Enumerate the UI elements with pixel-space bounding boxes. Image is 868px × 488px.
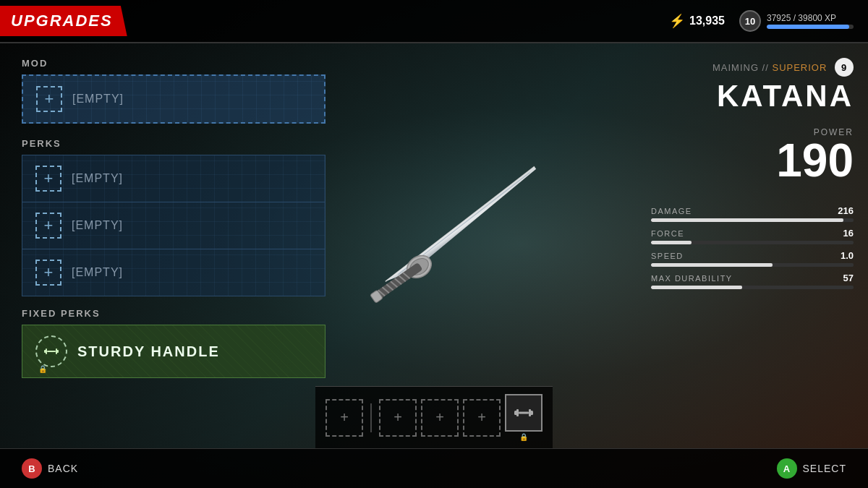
- level-badge: 9: [835, 58, 854, 77]
- xp-bar-fill: [767, 25, 849, 29]
- perk-plus-icon-2: +: [35, 213, 61, 239]
- stat-bar-fill-1: [651, 241, 692, 244]
- stat-row-1: FORCE 16: [651, 228, 854, 244]
- mod-label: MOD: [22, 58, 326, 69]
- perk-slot-2[interactable]: + [EMPTY]: [22, 202, 325, 249]
- stat-bar-fill-0: [651, 218, 843, 222]
- power-value: 190: [651, 137, 854, 184]
- fixed-perk-text: STURDY HANDLE: [77, 343, 220, 360]
- katana-svg: [315, 82, 618, 385]
- perk-plus-icon-3: +: [35, 260, 61, 286]
- stat-bar-fill-2: [651, 263, 773, 267]
- perk-plus-icon-1: +: [35, 166, 61, 192]
- stat-bar-fill-3: [651, 286, 742, 289]
- perk-slot-text-3: [EMPTY]: [72, 266, 123, 279]
- mod-slot-text: [EMPTY]: [72, 93, 124, 106]
- back-button[interactable]: B BACK: [22, 458, 78, 479]
- perks-container: + [EMPTY] + [EMPTY] + [EMPTY]: [22, 155, 326, 296]
- mod-plus-icon: +: [36, 86, 62, 112]
- perks-label: PERKS: [22, 138, 326, 149]
- a-button-label: A: [783, 463, 790, 474]
- stat-value-0: 216: [838, 205, 854, 216]
- stat-bar-3: [651, 286, 854, 289]
- currency-value: 13,935: [689, 14, 725, 27]
- weapon-name: KATANA: [651, 80, 854, 113]
- perk-slot-text-2: [EMPTY]: [72, 219, 123, 232]
- center-slot-3[interactable]: +: [421, 399, 459, 437]
- svg-rect-2: [46, 348, 47, 354]
- xp-text: 37925 / 39800 XP: [767, 13, 854, 23]
- dumbbell-icon: [35, 335, 67, 367]
- subtitle-quality: SUPERIOR: [772, 62, 827, 73]
- stat-row-2: SPEED 1.0: [651, 250, 854, 267]
- fixed-perks-section: FIXED PERKS STURDY HANDLE 🔒: [22, 308, 326, 378]
- xp-bar: [767, 25, 854, 29]
- subtitle-prefix: MAIMING //: [712, 62, 769, 73]
- center-slot-2-icon: +: [393, 409, 402, 426]
- right-panel: MAIMING // SUPERIOR 9 KATANA POWER 190 D…: [651, 58, 854, 295]
- currency-icon: ⚡: [669, 13, 685, 29]
- upgrades-title-text: UPGRADES: [11, 12, 113, 30]
- slot-divider: [370, 403, 372, 432]
- left-panel: MOD + [EMPTY] PERKS + [EMPTY] + [EMPTY] …: [22, 58, 326, 378]
- stat-row-0: DAMAGE 216: [651, 205, 854, 222]
- center-slot-2[interactable]: +: [379, 399, 417, 437]
- stat-bar-1: [651, 241, 854, 244]
- bottom-bar: B BACK A SELECT: [0, 448, 868, 488]
- svg-rect-4: [47, 351, 56, 352]
- stats-section: DAMAGE 216 FORCE 16 SPEED 1.0: [651, 205, 854, 289]
- svg-rect-21: [516, 409, 519, 416]
- svg-rect-22: [529, 409, 531, 416]
- xp-section: 10 37925 / 39800 XP: [739, 10, 854, 32]
- select-button[interactable]: A SELECT: [777, 458, 846, 479]
- xp-bar-container: 37925 / 39800 XP: [767, 13, 854, 29]
- mod-slot[interactable]: + [EMPTY]: [22, 74, 326, 124]
- svg-rect-23: [519, 412, 529, 414]
- stat-name-0: DAMAGE: [651, 207, 692, 215]
- b-button-label: B: [28, 463, 35, 474]
- stat-bar-0: [651, 218, 854, 222]
- top-right: ⚡ 13,935 10 37925 / 39800 XP: [669, 10, 868, 32]
- katana-area: [289, 58, 644, 408]
- currency-display: ⚡ 13,935: [669, 13, 725, 29]
- level-circle: 10: [739, 10, 761, 32]
- perk-slot-1[interactable]: + [EMPTY]: [22, 155, 325, 202]
- stat-bar-2: [651, 263, 854, 267]
- stat-value-3: 57: [843, 273, 854, 283]
- select-label: SELECT: [803, 463, 846, 474]
- stat-row-3: MAX DURABILITY 57: [651, 273, 854, 289]
- perks-section: PERKS + [EMPTY] + [EMPTY] + [EMPTY]: [22, 138, 326, 296]
- stat-value-2: 1.0: [841, 250, 854, 261]
- stat-name-1: FORCE: [651, 229, 684, 238]
- back-label: BACK: [48, 463, 78, 474]
- stat-name-3: MAX DURABILITY: [651, 274, 733, 283]
- upgrades-title: UPGRADES: [0, 6, 127, 36]
- center-slot-1[interactable]: +: [326, 399, 363, 437]
- stat-value-1: 16: [843, 228, 854, 239]
- center-slot-4-icon: +: [477, 409, 486, 426]
- perk-slot-text-1: [EMPTY]: [72, 172, 123, 185]
- power-section: POWER 190: [651, 127, 854, 184]
- center-slot-3-icon: +: [435, 409, 444, 426]
- center-slots: + + + + 🔒: [315, 386, 553, 448]
- fixed-perks-label: FIXED PERKS: [22, 308, 326, 319]
- svg-rect-3: [56, 348, 57, 354]
- lock-icon: 🔒: [38, 365, 47, 373]
- top-bar: UPGRADES ⚡ 13,935 10 37925 / 39800 XP: [0, 0, 868, 43]
- fixed-perk-slot[interactable]: STURDY HANDLE 🔒: [22, 325, 326, 378]
- center-slot-1-icon: +: [340, 409, 349, 426]
- weapon-subtitle: MAIMING // SUPERIOR 9: [651, 58, 854, 77]
- stat-name-2: SPEED: [651, 252, 684, 260]
- perk-slot-3[interactable]: + [EMPTY]: [22, 249, 325, 296]
- b-button-icon: B: [22, 458, 42, 479]
- slot-lock-icon: 🔒: [519, 433, 528, 441]
- center-slot-4[interactable]: +: [463, 399, 501, 437]
- center-dumbbell-slot[interactable]: [505, 394, 542, 432]
- a-button-icon: A: [777, 458, 797, 479]
